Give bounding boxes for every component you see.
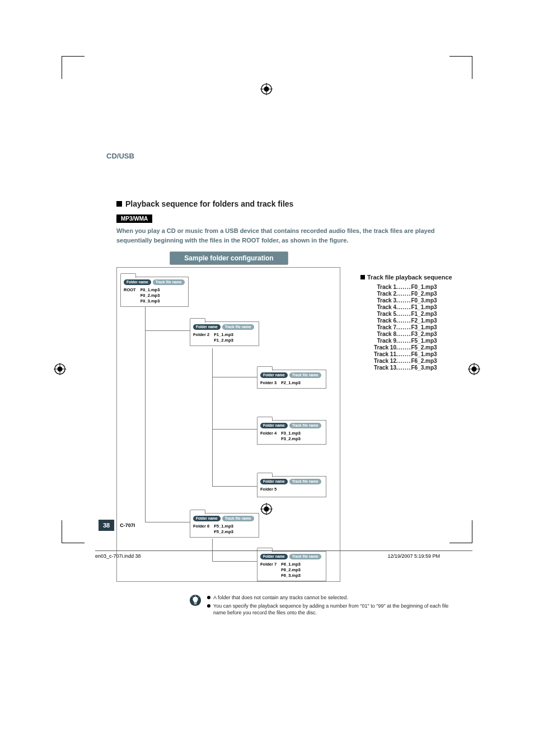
- connector-line: [145, 522, 190, 522]
- sequence-track-label: Track 9: [367, 338, 396, 344]
- folder-node: Folder name Track file name Folder 3 F2_…: [257, 370, 326, 389]
- dots-separator: .......: [396, 318, 411, 324]
- breadcrumb: CD/USB: [106, 152, 134, 160]
- print-footer-left: en03_c-707i.indd 38: [95, 553, 141, 559]
- sequence-track-label: Track 10: [367, 344, 396, 351]
- sequence-track-label: Track 12: [367, 358, 396, 364]
- note-text: You can specify the playback sequence by…: [213, 603, 452, 616]
- sequence-track-label: Track 13: [367, 365, 396, 371]
- track-file: F2_1.mp3: [281, 380, 301, 386]
- track-name-pill: Track file name: [289, 372, 321, 378]
- playback-sequence: Track file playback sequence Track 1....…: [360, 274, 452, 582]
- folder-label: Folder 2: [193, 332, 209, 338]
- dots-separator: .......: [396, 324, 411, 330]
- track-file: F1_1.mp3: [214, 332, 233, 338]
- track-file: F3_1.mp3: [281, 431, 301, 436]
- track-file: F0_3.mp3: [140, 298, 160, 304]
- track-file: F3_2.mp3: [281, 436, 301, 442]
- sequence-track-file: F1_2.mp3: [411, 311, 452, 317]
- folder-tab-icon: [257, 473, 273, 477]
- folder-diagram: Sample folder configuration: [116, 251, 340, 582]
- track-file: F5_1.mp3: [214, 524, 233, 529]
- note-text: A folder that does not contain any track…: [213, 594, 348, 601]
- format-tag: MP3/WMA: [116, 214, 152, 223]
- sequence-track-file: F2_1.mp3: [411, 318, 452, 324]
- registration-mark-icon: [54, 363, 66, 375]
- connector-line: [212, 486, 257, 487]
- track-file: F6_1.mp3: [281, 562, 301, 567]
- dots-separator: .......: [396, 338, 411, 344]
- dots-separator: .......: [396, 291, 411, 297]
- track-file: F0_2.mp3: [140, 293, 160, 298]
- folder-tab-icon: [190, 318, 205, 323]
- folder-node: Folder name Track file name Folder 4 F3_…: [257, 420, 326, 445]
- dots-separator: .......: [396, 284, 411, 290]
- folder-node-root: Folder name Track file name ROOT F0_1.mp…: [120, 277, 189, 307]
- sequence-row: Track 9.......F5_1.mp3: [367, 338, 452, 344]
- intro-text: When you play a CD or music from a USB d…: [116, 226, 452, 245]
- dots-separator: .......: [396, 304, 411, 310]
- track-name-pill: Track file name: [289, 423, 321, 428]
- sequence-track-file: F6_1.mp3: [411, 351, 452, 357]
- sequence-row: Track 6.......F2_1.mp3: [367, 318, 452, 324]
- folder-node: Folder name Track file name Folder 5: [257, 476, 326, 497]
- sequence-track-label: Track 1: [367, 284, 396, 290]
- square-bullet-icon: [116, 201, 122, 207]
- sequence-track-file: F0_1.mp3: [411, 284, 452, 290]
- folder-label: ROOT: [124, 287, 136, 293]
- crop-mark: [449, 520, 472, 543]
- folder-node: Folder name Track file name Folder 2 F1_…: [190, 321, 259, 346]
- dots-separator: .......: [396, 351, 411, 357]
- sequence-row: Track 5.......F1_2.mp3: [367, 311, 452, 317]
- folder-label: Folder 5: [260, 487, 277, 492]
- folder-name-pill: Folder name: [124, 279, 151, 285]
- sequence-track-file: F0_3.mp3: [411, 297, 452, 304]
- svg-rect-18: [194, 604, 196, 604]
- connector-line: [145, 304, 146, 522]
- track-file: F6_2.mp3: [281, 567, 301, 573]
- track-name-pill: Track file name: [222, 324, 254, 330]
- bullet-icon: [207, 604, 210, 608]
- connector-line: [212, 377, 257, 377]
- folder-tab-icon: [120, 273, 136, 278]
- section-title: Playback sequence for folders and track …: [116, 199, 452, 208]
- track-file: F6_3.mp3: [281, 573, 301, 578]
- sequence-row: Track 3.......F0_3.mp3: [367, 297, 452, 304]
- sequence-row: Track 8.......F3_2.mp3: [367, 331, 452, 337]
- sequence-row: Track 7.......F3_1.mp3: [367, 324, 452, 330]
- folder-name-pill: Folder name: [260, 423, 288, 428]
- lightbulb-icon: [189, 594, 202, 606]
- sequence-title: Track file playback sequence: [360, 274, 452, 281]
- connector-line: [145, 330, 190, 331]
- sequence-row: Track 12.......F6_2.mp3: [367, 358, 452, 364]
- dots-separator: .......: [396, 331, 411, 337]
- folder-tab-icon: [257, 366, 273, 371]
- sequence-track-file: F6_3.mp3: [411, 365, 452, 371]
- square-bullet-icon: [360, 275, 365, 279]
- crop-mark: [62, 520, 85, 543]
- folder-name-pill: Folder name: [193, 516, 221, 521]
- sequence-row: Track 1.......F0_1.mp3: [367, 284, 452, 290]
- track-file: F5_2.mp3: [214, 529, 233, 535]
- folder-tab-icon: [257, 417, 273, 421]
- folder-name-pill: Folder name: [260, 372, 288, 378]
- track-name-pill: Track file name: [222, 516, 254, 521]
- sequence-track-label: Track 5: [367, 311, 396, 317]
- sequence-track-label: Track 11: [367, 351, 396, 357]
- sequence-track-label: Track 4: [367, 304, 396, 310]
- sequence-track-label: Track 3: [367, 297, 396, 304]
- sequence-track-file: F1_1.mp3: [411, 304, 452, 310]
- folder-label: Folder 7: [260, 562, 277, 567]
- registration-mark-icon: [260, 83, 273, 95]
- registration-mark-icon: [468, 363, 480, 375]
- sequence-track-file: F5_1.mp3: [411, 338, 452, 344]
- sequence-row: Track 2.......F0_2.mp3: [367, 291, 452, 297]
- track-name-pill: Track file name: [289, 479, 321, 484]
- sequence-row: Track 13.......F6_3.mp3: [367, 365, 452, 371]
- connector-line: [212, 429, 257, 430]
- folder-node: Folder name Track file name Folder 6 F5_…: [190, 513, 259, 538]
- sequence-track-label: Track 7: [367, 324, 396, 330]
- dots-separator: .......: [396, 358, 411, 364]
- page-number: 38: [99, 520, 114, 531]
- crop-mark: [449, 56, 472, 79]
